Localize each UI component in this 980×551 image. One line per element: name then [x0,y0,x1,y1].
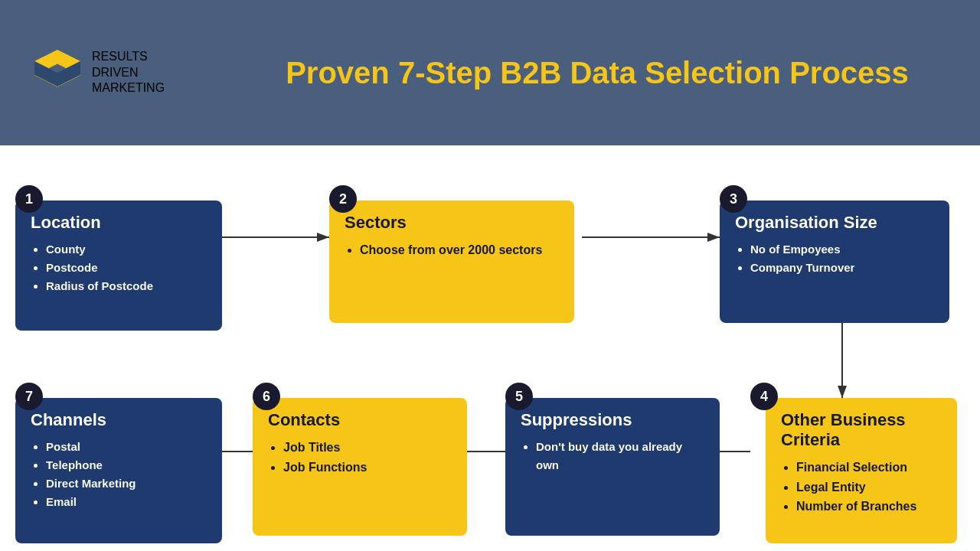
list-item: Postal [46,438,207,456]
list-item: Legal Entity [796,478,942,497]
list-item: County [46,240,207,259]
step-2-box: Sectors Choose from over 2000 sectors [329,201,574,323]
list-item: Number of Branches [796,497,942,517]
list-item: Financial Selection [796,458,942,478]
logo-area: RESULTS DRIVEN MARKETING [31,46,245,99]
step-7-box: Channels Postal Telephone Direct Marketi… [15,398,222,543]
step-number-7: 7 [15,383,43,410]
step-4-list: Financial Selection Legal Entity Number … [781,458,942,517]
header: RESULTS DRIVEN MARKETING Proven 7-Step B… [0,0,980,145]
step-1-list: County Postcode Radius of Postcode [31,240,207,295]
step-4-title: Other Business Criteria [781,410,942,450]
step-number-5: 5 [505,383,533,410]
step-number-3: 3 [720,185,747,213]
step-number-1: 1 [15,185,43,213]
list-item: Email [46,493,207,511]
step-number-6: 6 [253,383,280,410]
list-item: No of Empoyees [750,240,934,259]
step-number-4: 4 [750,383,778,410]
step-5-list: Don't buy data you already own [521,438,704,474]
step-number-2: 2 [329,185,357,213]
main-content: 1 Location County Postcode Radius of Pos… [0,145,980,551]
step-4-box: Other Business Criteria Financial Select… [766,398,957,543]
list-item: Telephone [46,456,207,474]
logo-chevron-icon [31,46,84,99]
logo-driven: DRIVEN [92,65,165,81]
step-7-title: Channels [31,410,207,430]
step-3-box: Organisation Size No of Empoyees Company… [720,201,949,323]
step-6-list: Job Titles Job Functions [268,438,452,477]
list-item: Company Turnover [750,259,934,277]
list-item: Choose from over 2000 sectors [360,240,559,260]
logo-text: RESULTS DRIVEN MARKETING [92,49,165,96]
step-1-box: Location County Postcode Radius of Postc… [15,201,222,331]
step-7-list: Postal Telephone Direct Marketing Email [31,438,207,511]
step-3-list: No of Empoyees Company Turnover [735,240,934,277]
list-item: Postcode [46,259,207,277]
step-2-title: Sectors [345,213,559,233]
list-item: Direct Marketing [46,474,207,493]
list-item: Don't buy data you already own [536,438,704,474]
step-5-box: Suppressions Don't buy data you already … [505,398,720,536]
list-item: Job Functions [283,458,452,478]
logo-results: RESULTS [92,49,165,65]
step-6-title: Contacts [268,410,452,430]
page-title: Proven 7-Step B2B Data Selection Process [245,56,949,90]
logo-marketing: MARKETING [92,80,165,96]
list-item: Job Titles [283,438,452,458]
step-1-title: Location [31,213,207,233]
list-item: Radius of Postcode [46,277,207,295]
step-3-title: Organisation Size [735,213,934,233]
step-5-title: Suppressions [521,410,704,430]
step-2-list: Choose from over 2000 sectors [345,240,559,260]
step-6-box: Contacts Job Titles Job Functions [253,398,467,536]
